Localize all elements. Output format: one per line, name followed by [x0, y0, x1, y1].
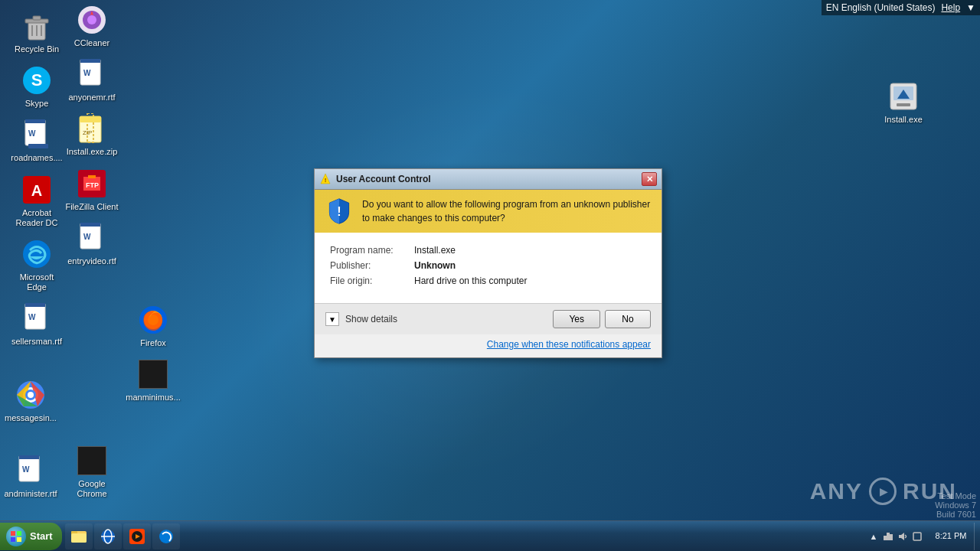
recycle-bin-label: Recycle Bin	[15, 44, 59, 54]
svg-text:W: W	[28, 129, 36, 138]
acrobat-label: Acrobat Reader DC	[9, 208, 64, 228]
no-button[interactable]: No	[605, 310, 651, 328]
tray-expand[interactable]: ▲	[867, 530, 880, 543]
anyonemr-icon: W	[77, 59, 107, 90]
firefox-icon	[138, 305, 168, 335]
recycle-bin-icon	[21, 11, 52, 41]
show-details-label: Show details	[345, 314, 397, 324]
svg-point-39	[28, 392, 34, 398]
language-indicator[interactable]: EN English (United States)	[826, 2, 936, 13]
ccleaner-label: CCleaner	[74, 38, 109, 48]
svg-rect-65	[890, 534, 893, 540]
ccleaner-icon	[77, 5, 107, 35]
desktop-icon-messagesin[interactable]: Google Chrome	[61, 441, 122, 504]
uac-title-text: User Account Control	[336, 174, 637, 184]
svg-rect-41	[19, 455, 39, 459]
anyrun-text-right: RUN	[903, 478, 957, 504]
taskbar-pin-explorer[interactable]	[65, 523, 93, 549]
desktop-icon-ccleaner[interactable]: CCleaner	[61, 0, 122, 53]
skype-label: Skype	[25, 99, 49, 109]
svg-text:S: S	[31, 70, 43, 90]
messagesin-label: Google Chrome	[64, 479, 119, 499]
ie-icon	[100, 528, 116, 545]
svg-text:!: !	[337, 204, 341, 218]
uac-dialog: ! User Account Control ✕ ! Do you want t…	[314, 168, 662, 358]
program-name-value: Install.exe	[414, 245, 456, 256]
manminimus-icon	[138, 359, 168, 390]
taskbar-right: ▲	[863, 521, 980, 551]
installzip-label: Install.exe.zip	[67, 147, 118, 157]
svg-rect-16	[25, 303, 45, 307]
uac-close-button[interactable]: ✕	[642, 172, 657, 186]
clock[interactable]: 8:21 PM	[928, 521, 974, 551]
svg-text:W: W	[83, 233, 91, 241]
taskbar-pin-ie[interactable]	[94, 523, 122, 549]
firefox-label: Firefox	[140, 338, 166, 348]
os-label: Windows 7	[935, 500, 976, 510]
filezilla-label: FileZilla Client	[65, 202, 118, 212]
svg-rect-45	[897, 103, 910, 106]
svg-rect-9	[28, 144, 48, 148]
taskbar-pin-mediaplayer[interactable]	[123, 523, 151, 549]
svg-rect-2	[33, 16, 41, 20]
taskbar-pin-edge[interactable]	[152, 523, 180, 549]
volume-icon	[897, 531, 908, 542]
start-orb	[6, 527, 26, 546]
desktop-icon-chrome[interactable]: messagesin...	[0, 375, 61, 428]
help-link[interactable]: Help	[941, 2, 960, 13]
desktop-icon-install-exe[interactable]: Install.exe	[873, 77, 934, 129]
tray-action-center[interactable]	[911, 530, 923, 543]
yes-button[interactable]: Yes	[553, 310, 600, 328]
desktop-icon-filezilla[interactable]: FTP FileZilla Client	[61, 164, 122, 217]
skype-icon: S	[21, 65, 52, 96]
messagesin-area: Google Chrome	[61, 441, 122, 505]
install-exe-label: Install.exe	[884, 115, 923, 125]
acrobat-icon: A	[21, 174, 52, 205]
desktop-icon-edge[interactable]: Microsoft Edge	[6, 234, 67, 297]
svg-text:W: W	[83, 69, 91, 77]
sellersman-icon: W	[21, 303, 52, 334]
build-label: Build 7601	[935, 510, 976, 519]
desktop-icon-firefox[interactable]: Firefox	[122, 300, 184, 353]
expand-icon[interactable]: ▼	[966, 2, 975, 13]
desktop-icon-recycle-bin[interactable]: Recycle Bin	[6, 6, 67, 59]
explorer-icon	[70, 528, 87, 545]
svg-text:!: !	[325, 177, 327, 184]
desktop-icon-entryvideo[interactable]: W entryvideo.rtf	[61, 218, 122, 271]
desktop-icon-roadnames[interactable]: W roadnames....	[6, 115, 67, 168]
file-origin-value: Hard drive on this computer	[414, 276, 527, 286]
desktop-icon-anyonemr[interactable]: W anyonemr.rtf	[61, 54, 122, 107]
desktop-icons-col3: Firefox manminimus...	[122, 0, 184, 409]
show-desktop-button[interactable]	[974, 523, 980, 550]
svg-rect-51	[11, 537, 15, 542]
desktop-icon-installzip[interactable]: ZIP Install.exe.zip	[61, 109, 122, 161]
desktop-icon-andminister[interactable]: W andminister.rtf	[0, 451, 61, 504]
anyonemr-label: anyonemr.rtf	[68, 93, 115, 103]
windows-logo	[10, 530, 22, 543]
svg-marker-66	[899, 533, 904, 540]
svg-rect-55	[71, 533, 87, 543]
desktop-icon-manminimus[interactable]: manminimus...	[122, 354, 184, 407]
file-origin-row: File origin: Hard drive on this computer	[330, 276, 646, 286]
taskbar-pinned	[65, 521, 180, 551]
start-label: Start	[30, 530, 53, 542]
program-name-row: Program name: Install.exe	[330, 245, 646, 256]
edge-label: Microsoft Edge	[9, 272, 64, 292]
tray-volume[interactable]	[897, 530, 909, 543]
desktop-icon-sellersman[interactable]: W sellersman.rtf	[6, 298, 67, 351]
desktop-icon-acrobat[interactable]: A Acrobat Reader DC	[6, 170, 67, 233]
chrome-label: messagesin...	[5, 413, 57, 423]
svg-point-20	[87, 15, 96, 24]
notification-area: EN English (United States) Help ▼	[822, 0, 980, 15]
show-details-button[interactable]: Show details	[345, 314, 397, 324]
desktop-icon-skype[interactable]: S Skype	[6, 60, 67, 113]
entryvideo-icon: W	[77, 223, 107, 253]
action-center-icon	[912, 531, 923, 542]
svg-text:ZIP: ZIP	[83, 129, 92, 136]
tray-network[interactable]	[882, 530, 894, 543]
program-name-label: Program name:	[330, 245, 414, 256]
start-button[interactable]: Start	[0, 523, 62, 550]
notification-link[interactable]: Change when these notifications appear	[487, 339, 651, 350]
show-details-chevron[interactable]: ▼	[325, 312, 339, 326]
roadnames-label: roadnames....	[11, 153, 62, 163]
